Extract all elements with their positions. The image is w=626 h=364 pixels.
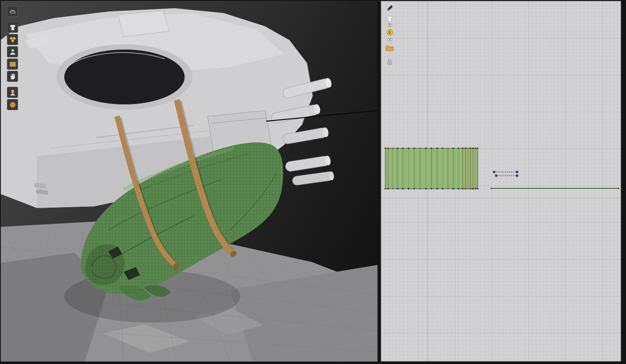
pattern-point[interactable] <box>452 188 454 189</box>
lock-icon[interactable] <box>384 57 395 67</box>
folder-icon[interactable] <box>384 43 395 53</box>
pattern-point[interactable] <box>475 147 476 149</box>
pattern-point[interactable] <box>618 188 619 189</box>
pattern-point[interactable] <box>431 147 432 149</box>
pattern-point[interactable] <box>472 147 473 149</box>
pen-icon[interactable] <box>384 3 395 13</box>
pattern-point[interactable] <box>419 147 420 149</box>
pattern-point[interactable] <box>408 188 409 189</box>
pattern-point[interactable] <box>397 188 398 189</box>
pattern-point[interactable] <box>425 147 426 149</box>
pattern-point[interactable] <box>442 188 443 189</box>
pattern-point[interactable] <box>467 188 468 189</box>
pattern-point[interactable] <box>458 188 459 189</box>
elastic-point[interactable] <box>516 171 518 173</box>
elastic-point[interactable] <box>516 174 518 176</box>
avatar-icon[interactable] <box>7 46 18 57</box>
helmet-icon[interactable] <box>7 6 18 17</box>
pattern-point[interactable] <box>470 147 471 149</box>
pattern-point[interactable] <box>414 188 415 189</box>
pattern-point[interactable] <box>475 188 476 189</box>
pattern-point[interactable] <box>414 147 415 149</box>
pattern-point[interactable] <box>431 188 432 189</box>
pattern-point[interactable] <box>465 147 466 149</box>
elastic-point[interactable] <box>495 174 497 176</box>
hatch-opening <box>64 50 185 104</box>
pattern-point[interactable] <box>452 147 454 149</box>
pattern-point[interactable] <box>436 147 438 149</box>
pattern-point[interactable] <box>436 188 438 189</box>
svg-text:i: i <box>389 30 391 35</box>
pattern-point[interactable] <box>477 188 478 189</box>
garment-icon[interactable] <box>7 22 18 33</box>
pattern-point[interactable] <box>477 147 478 149</box>
pattern-point[interactable] <box>384 147 386 149</box>
toolbar-2d: i <box>384 3 395 67</box>
pattern-point[interactable] <box>425 188 426 189</box>
head-icon[interactable] <box>7 87 18 98</box>
pattern-point[interactable] <box>472 188 473 189</box>
app-window: i <box>0 0 626 364</box>
pattern-point[interactable] <box>467 147 468 149</box>
pattern-point[interactable] <box>397 147 398 149</box>
pattern-point[interactable] <box>384 188 386 189</box>
pattern-point[interactable] <box>447 147 448 149</box>
eye-icon <box>385 38 394 41</box>
viewport-2d[interactable]: i <box>381 1 621 362</box>
pattern-point[interactable] <box>462 188 463 189</box>
scene-3d-canvas[interactable] <box>1 1 377 362</box>
pattern-point[interactable] <box>402 147 403 149</box>
pattern-point[interactable] <box>408 147 409 149</box>
pattern-canvas[interactable] <box>381 1 621 361</box>
info-visibility-icon[interactable]: i <box>384 28 395 42</box>
viewport-3d[interactable] <box>1 1 377 362</box>
pattern-point[interactable] <box>465 188 466 189</box>
pattern-point[interactable] <box>387 147 389 149</box>
pattern-point[interactable] <box>491 188 492 189</box>
pattern-point[interactable] <box>458 147 459 149</box>
globe-icon[interactable] <box>7 99 18 110</box>
pattern-point[interactable] <box>392 147 393 149</box>
pattern-point[interactable] <box>442 147 443 149</box>
pattern-point[interactable] <box>419 188 420 189</box>
glove-icon[interactable] <box>7 71 18 82</box>
pattern-point[interactable] <box>462 147 463 149</box>
pattern-point[interactable] <box>402 188 403 189</box>
elastic-point[interactable] <box>493 171 495 173</box>
toolbar-3d <box>7 6 18 110</box>
garment-visibility-icon[interactable] <box>384 14 395 27</box>
eye-icon <box>385 23 394 27</box>
panel-divider[interactable] <box>377 0 381 364</box>
pattern-grid-icon[interactable] <box>7 59 18 70</box>
honeycomb-icon[interactable] <box>7 34 18 45</box>
pattern-point[interactable] <box>387 188 389 189</box>
pattern-point[interactable] <box>392 188 393 189</box>
pattern-point[interactable] <box>447 188 448 189</box>
pattern-point[interactable] <box>470 188 471 189</box>
